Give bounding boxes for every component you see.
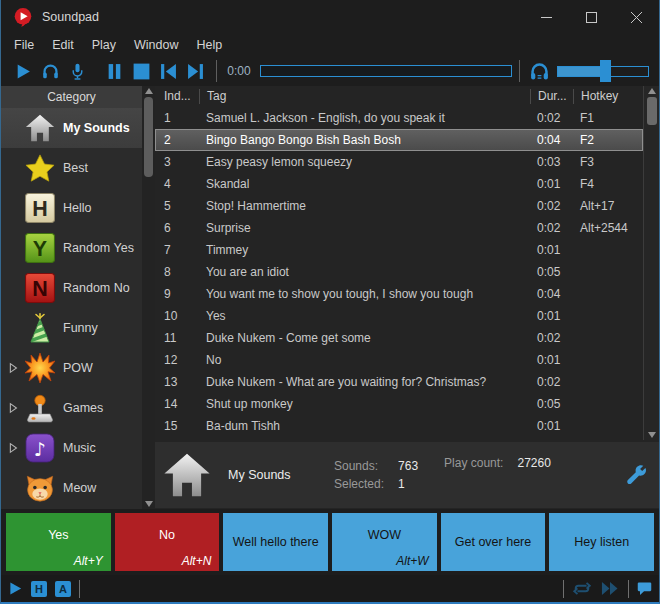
- row-index: 5: [155, 199, 199, 213]
- menu-item[interactable]: File: [5, 36, 43, 54]
- maximize-button[interactable]: [569, 0, 614, 34]
- menu-item[interactable]: Edit: [43, 36, 83, 54]
- sound-button-yes[interactable]: Yes Alt+Y: [6, 513, 111, 571]
- table-row[interactable]: 15 Ba-dum Tishh 0:01: [155, 415, 643, 437]
- volume-slider[interactable]: [557, 59, 649, 83]
- column-header-hotkey[interactable]: Hotkey: [573, 89, 643, 104]
- sound-button-label: Yes: [48, 528, 68, 542]
- table-row[interactable]: 2 Bingo Bango Bongo Bish Bash Bosh 0:04 …: [155, 129, 643, 151]
- sidebar-item-games[interactable]: Games: [1, 388, 142, 428]
- sidebar-item-pow[interactable]: POW: [1, 348, 142, 388]
- sound-button-well-hello-there[interactable]: Well hello there: [223, 513, 328, 571]
- table-row[interactable]: 3 Easy peasy lemon squeezy 0:03 F3: [155, 151, 643, 173]
- table-row[interactable]: 9 You want me to show you tough, I show …: [155, 283, 643, 305]
- pause-button[interactable]: [101, 59, 128, 83]
- wrench-settings-icon[interactable]: [625, 464, 647, 486]
- seek-back-button[interactable]: [155, 59, 182, 83]
- row-tag: Timmey: [199, 243, 530, 257]
- scroll-up-icon[interactable]: [648, 88, 656, 94]
- sidebar-item-funny[interactable]: Funny: [1, 308, 142, 348]
- table-row[interactable]: 7 Timmey 0:01: [155, 239, 643, 261]
- sidebar-scroll-thumb[interactable]: [144, 97, 153, 177]
- repeat-icon[interactable]: [572, 581, 592, 596]
- minimize-button[interactable]: [524, 0, 569, 34]
- autostart-toggle-icon[interactable]: A: [55, 581, 71, 597]
- toolbar: 0:00: [1, 56, 659, 86]
- sidebar-item-my-sounds[interactable]: My Sounds: [1, 108, 142, 148]
- status-bar: H A: [1, 575, 659, 602]
- row-tag: Yes: [199, 309, 530, 323]
- sound-button-label: Well hello there: [233, 535, 319, 549]
- expand-arrow-icon[interactable]: [5, 362, 21, 374]
- record-microphone-button[interactable]: [64, 59, 91, 83]
- table-scroll-thumb[interactable]: [647, 97, 657, 125]
- table-row[interactable]: 14 Shut up monkey 0:05: [155, 393, 643, 415]
- column-header-duration[interactable]: Dur...: [530, 89, 573, 104]
- explosion-icon: [21, 351, 59, 385]
- volume-handle[interactable]: [600, 60, 611, 82]
- info-counts: Sounds: 763 Selected: 1: [334, 459, 418, 491]
- table-row[interactable]: 6 Surprise 0:02 Alt+2544: [155, 217, 643, 239]
- column-header-index[interactable]: Ind...: [155, 89, 199, 104]
- sidebar-item-best[interactable]: Best: [1, 148, 142, 188]
- play-button[interactable]: [10, 59, 37, 83]
- sidebar-item-music[interactable]: ♪ Music: [1, 428, 142, 468]
- scroll-down-icon[interactable]: [145, 501, 153, 507]
- row-duration: 0:01: [530, 309, 573, 323]
- sound-button-get-over-here[interactable]: Get over here: [441, 513, 546, 571]
- listen-headphones-button[interactable]: [37, 59, 64, 83]
- sound-button-label: Get over here: [455, 535, 531, 549]
- play-count-label: Play count:: [444, 456, 503, 470]
- menu-item[interactable]: Window: [125, 36, 187, 54]
- sound-button-no[interactable]: No Alt+N: [115, 513, 220, 571]
- hotkeys-toggle-icon[interactable]: H: [31, 581, 47, 597]
- sidebar-scrollbar[interactable]: [142, 86, 155, 509]
- table-row[interactable]: 10 Yes 0:01: [155, 305, 643, 327]
- row-index: 15: [155, 419, 199, 433]
- comment-bubble-icon[interactable]: [637, 581, 652, 596]
- seek-forward-button[interactable]: [182, 59, 209, 83]
- table-row[interactable]: 13 Duke Nukem - What are you waiting for…: [155, 371, 643, 393]
- table-scrollbar[interactable]: [643, 86, 659, 440]
- table-row[interactable]: 1 Samuel L. Jackson - English, do you sp…: [155, 107, 643, 129]
- volume-fill: [558, 67, 606, 76]
- main-area: Category My Sounds Best H Hello Y: [1, 86, 659, 509]
- table-row[interactable]: 8 You are an idiot 0:05: [155, 261, 643, 283]
- status-play-icon[interactable]: [8, 581, 23, 596]
- menu-bar: File Edit Play Window Help: [1, 34, 659, 56]
- sidebar-item-hello[interactable]: H Hello: [1, 188, 142, 228]
- sound-table: Ind... Tag Dur... Hotkey 1 Samuel L. Jac…: [155, 86, 643, 440]
- menu-item[interactable]: Play: [83, 36, 125, 54]
- table-row[interactable]: 4 Skandal 0:01 F4: [155, 173, 643, 195]
- table-row[interactable]: 11 Duke Nukem - Come get some 0:02: [155, 327, 643, 349]
- column-header-tag[interactable]: Tag: [199, 89, 530, 104]
- play-count-value: 27260: [517, 456, 550, 470]
- sound-button-wow[interactable]: WOW Alt+W: [332, 513, 437, 571]
- category-label: Hello: [63, 201, 92, 215]
- row-tag: No: [199, 353, 530, 367]
- stop-button[interactable]: [128, 59, 155, 83]
- window-title: Soundpad: [42, 10, 99, 24]
- category-label: Games: [63, 401, 103, 415]
- sidebar-item-random-yes[interactable]: Y Random Yes: [1, 228, 142, 268]
- close-button[interactable]: [614, 0, 659, 34]
- playback-progress-bar[interactable]: [260, 65, 512, 77]
- scroll-up-icon[interactable]: [145, 88, 153, 94]
- content-area: Ind... Tag Dur... Hotkey 1 Samuel L. Jac…: [155, 86, 659, 509]
- sound-button-label: Hey listen: [574, 535, 629, 549]
- scroll-down-icon[interactable]: [648, 432, 656, 438]
- home-icon: [163, 452, 211, 498]
- row-index: 10: [155, 309, 199, 323]
- row-tag: Surprise: [199, 221, 530, 235]
- menu-item[interactable]: Help: [188, 36, 232, 54]
- fast-forward-icon[interactable]: [600, 581, 620, 596]
- expand-arrow-icon[interactable]: [5, 402, 21, 414]
- expand-arrow-icon[interactable]: [5, 442, 21, 454]
- table-row[interactable]: 5 Stop! Hammertime 0:02 Alt+17: [155, 195, 643, 217]
- sidebar-item-random-no[interactable]: N Random No: [1, 268, 142, 308]
- table-row[interactable]: 12 No 0:01: [155, 349, 643, 371]
- sound-button-hey-listen[interactable]: Hey listen: [549, 513, 654, 571]
- sound-button-hotkey: Alt+Y: [74, 554, 103, 568]
- sidebar-item-meow[interactable]: Meow: [1, 468, 142, 508]
- row-tag: Easy peasy lemon squeezy: [199, 155, 530, 169]
